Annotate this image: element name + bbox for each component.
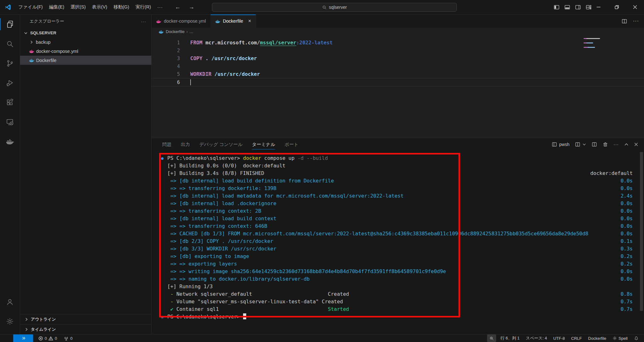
accounts-icon[interactable] [0, 292, 20, 311]
panel-tab-4[interactable]: ポート [285, 138, 298, 151]
menu-overflow[interactable]: ··· [154, 4, 166, 10]
remote-explorer-icon[interactable] [0, 112, 20, 132]
toggle-panel-icon[interactable] [564, 4, 570, 10]
menu-item-2[interactable]: 選択(S) [67, 0, 89, 14]
forward-arrow-icon[interactable]: → [189, 4, 194, 10]
restore-button[interactable] [608, 0, 626, 14]
terminal-profile-label: pwsh [559, 142, 569, 147]
breadcrumb-more[interactable]: ... [190, 29, 193, 34]
split-panel-icon[interactable] [591, 142, 597, 147]
search-icon [322, 5, 327, 10]
terminal-line: => => transferring dockerfile: 139B0.0s [167, 185, 633, 192]
vscode-window: ファイル(F)編集(E)選択(S)表示(V)移動(G)実行(R) ··· ← →… [0, 0, 644, 342]
terminal-line: => [db internal] load metadata for mcr.m… [167, 192, 633, 200]
breadcrumb[interactable]: Dockerfile › ... [152, 28, 644, 36]
terminal-panel-icon [552, 142, 557, 147]
terminal-scrollbar[interactable] [640, 152, 643, 311]
close-panel-icon[interactable] [634, 142, 638, 147]
run-and-debug-icon[interactable] [0, 73, 20, 93]
ports-count: 0 [70, 336, 72, 341]
editor-tab-dockerfile[interactable]: Dockerfile× [211, 14, 256, 28]
menu-item-3[interactable]: 表示(V) [89, 0, 110, 14]
menu-item-4[interactable]: 移動(G) [110, 0, 132, 14]
kill-terminal-trash-icon[interactable] [602, 142, 608, 147]
command-decoration-dot [161, 316, 164, 318]
ports-status[interactable]: 0 [62, 334, 75, 342]
docker-icon[interactable] [0, 132, 20, 151]
toggle-sidebar-icon[interactable] [553, 4, 560, 10]
panel-more-actions-icon[interactable]: ··· [613, 142, 619, 147]
terminal-output[interactable]: PS C:\odaneko\sqlserver> docker compose … [152, 151, 644, 334]
code-line-5: 5WORKDIR /usr/src/docker [152, 70, 644, 78]
source-control-icon[interactable] [0, 53, 20, 73]
tree-root-folder[interactable]: SQLSERVER [20, 28, 151, 37]
minimize-button[interactable] [589, 0, 608, 14]
remote-indicator[interactable] [13, 334, 33, 342]
terminal-line: => CACHED [db 1/3] FROM mcr.microsoft.co… [167, 230, 633, 238]
notifications-bell-icon[interactable] [632, 334, 641, 342]
menu-item-0[interactable]: ファイル(F) [15, 0, 46, 14]
spell-checker-status[interactable]: Spell [610, 334, 630, 342]
problems-status[interactable]: 0 0 [36, 334, 59, 342]
explorer-more-actions-icon[interactable]: ··· [141, 19, 147, 24]
terminal-profile[interactable]: pwsh [552, 142, 569, 147]
new-terminal-button[interactable] [575, 142, 586, 147]
sidebar-section-0[interactable]: アウトライン [20, 314, 151, 324]
explorer-icon[interactable] [0, 14, 20, 34]
close-tab-icon[interactable]: × [248, 18, 251, 24]
code-editor[interactable]: 1FROM mcr.microsoft.com/mssql/server:202… [152, 36, 644, 138]
search-view-icon[interactable] [0, 34, 20, 53]
code-line-6: 6 [152, 78, 644, 87]
tree-item-backup[interactable]: backup [20, 37, 151, 47]
command-decoration-dot [161, 157, 164, 160]
menu-bar: ファイル(F)編集(E)選択(S)表示(V)移動(G)実行(R) [15, 0, 154, 14]
tree-item-label: Dockerfile [36, 58, 56, 63]
minimap[interactable] [584, 38, 606, 49]
tree-item-dockerfile[interactable]: Dockerfile [20, 56, 151, 65]
chevron-down-icon [582, 143, 586, 146]
menu-item-5[interactable]: 実行(R) [132, 0, 154, 14]
bottom-panel: 問題出力デバッグ コンソールターミナルポート pwsh ··· [152, 138, 644, 334]
zoom-status[interactable] [487, 334, 496, 342]
menu-item-1[interactable]: 編集(E) [46, 0, 67, 14]
terminal-line: PS C:\odaneko\sqlserver> docker compose … [167, 154, 633, 162]
back-arrow-icon[interactable]: ← [175, 4, 180, 10]
terminal-line: ✔ Container sql1 Started0.7s [167, 306, 633, 313]
editor-tab-docker-compose.yml[interactable]: docker-compose.yml [152, 14, 211, 28]
docker-file-icon [29, 58, 34, 63]
search-input[interactable]: sqlserver [212, 3, 457, 12]
panel-tab-0[interactable]: 問題 [162, 138, 171, 151]
terminal-line: PS C:\odaneko\sqlserver> [167, 313, 633, 321]
terminal-line: => [db internal] load .dockerignore0.0s [167, 200, 633, 207]
sidebar-bottom-sections: アウトラインタイムライン [20, 314, 151, 334]
terminal-line: => [db 2/3] COPY . /usr/src/docker0.1s [167, 238, 633, 245]
split-editor-icon[interactable] [621, 18, 627, 24]
eol-status[interactable]: CRLF [569, 334, 584, 342]
docker-file-icon [29, 48, 34, 54]
split-terminal-icon [575, 142, 580, 147]
terminal-line: => => naming to docker.io/library/sqlser… [167, 275, 633, 283]
breadcrumb-file[interactable]: Dockerfile [166, 29, 185, 34]
terminal-cursor [243, 313, 246, 319]
close-button[interactable] [626, 0, 644, 14]
language-mode-status[interactable]: Dockerfile [586, 334, 608, 342]
sidebar-section-1[interactable]: タイムライン [20, 324, 151, 334]
terminal-line: => [db 3/3] WORKDIR /usr/src/docker0.3s [167, 245, 633, 253]
search-value: sqlserver [329, 5, 347, 10]
indentation-status[interactable]: スペース: 4 [524, 334, 549, 342]
toggle-secondary-sidebar-icon[interactable] [575, 4, 581, 10]
panel-tab-1[interactable]: 出力 [181, 138, 190, 151]
panel-tab-2[interactable]: デバッグ コンソール [199, 138, 242, 151]
title-bar: ファイル(F)編集(E)選択(S)表示(V)移動(G)実行(R) ··· ← →… [0, 0, 644, 14]
tree-item-docker-compose.yml[interactable]: docker-compose.yml [20, 47, 151, 56]
warnings-count: 0 [55, 336, 57, 341]
extensions-icon[interactable] [0, 93, 20, 112]
maximize-panel-icon[interactable] [624, 142, 629, 147]
encoding-status[interactable]: UTF-8 [551, 334, 567, 342]
terminal-line: => => transferring context: 646B0.0s [167, 222, 633, 230]
editor-more-actions-icon[interactable]: ··· [633, 18, 639, 24]
settings-gear-icon[interactable] [0, 311, 20, 331]
cursor-position-status[interactable]: 行 6、列 1 [498, 334, 522, 342]
tree-item-label: docker-compose.yml [36, 49, 78, 54]
panel-tab-3[interactable]: ターミナル [252, 138, 275, 151]
